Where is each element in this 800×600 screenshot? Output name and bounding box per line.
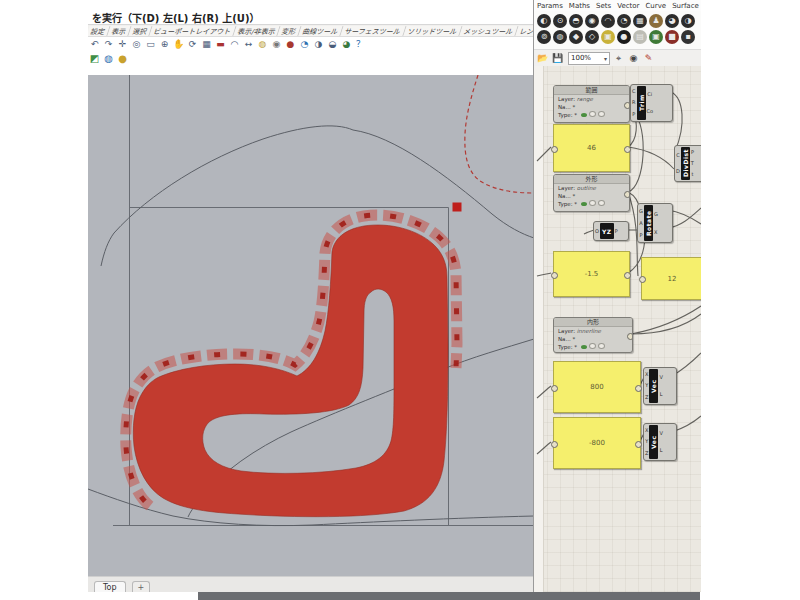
pan-icon[interactable]: ✋ <box>172 38 185 50</box>
panel-output-nub[interactable] <box>624 146 631 153</box>
filter-toggle-icon[interactable] <box>589 343 596 349</box>
yz-outputs[interactable]: P <box>614 222 619 240</box>
trim-inputs[interactable]: C R P <box>631 85 637 121</box>
maths-category-icon[interactable]: ⊙ <box>553 14 567 28</box>
open-file-icon[interactable]: 📂 <box>536 52 549 64</box>
slab-icon[interactable]: ▤ <box>633 30 647 44</box>
toolbar-tab[interactable]: ソリッドツール <box>403 26 462 36</box>
tree-category-icon[interactable]: ⊚ <box>537 30 551 44</box>
sketch-pen-icon[interactable]: ✎ <box>642 52 655 64</box>
rotate-outputs[interactable]: G X <box>653 204 659 242</box>
trim-component[interactable]: C R P Trim Ci Co <box>630 84 673 122</box>
undo-icon[interactable]: ↶ <box>88 38 101 50</box>
red-box-icon[interactable]: ■ <box>665 30 679 44</box>
filter-toggle-icon[interactable] <box>589 111 596 117</box>
geometry-pipeline-outline[interactable]: 外形 Layer: outline Na... * Type: * <box>553 174 630 212</box>
green-box-icon[interactable]: ▣ <box>649 30 663 44</box>
filter-toggle-icon[interactable] <box>589 200 596 206</box>
dark-box-icon[interactable]: ▪ <box>681 30 695 44</box>
user-icon[interactable]: ♟ <box>649 14 663 28</box>
legacy-icon[interactable]: ◇ <box>585 30 599 44</box>
zoom-extents-icon[interactable]: ⊕ <box>158 38 171 50</box>
filter-toggle-icon[interactable] <box>598 343 605 349</box>
curve-filter-icon[interactable] <box>581 202 587 206</box>
number-panel-neg800[interactable]: -800 <box>553 417 641 469</box>
panel-input-nub[interactable] <box>551 272 558 279</box>
curve-icon[interactable]: ◠ <box>228 38 241 50</box>
globe-icon[interactable]: ◔ <box>298 38 311 50</box>
selected-curve[interactable] <box>465 75 533 193</box>
panel-output-nub[interactable] <box>635 441 642 448</box>
redo-icon[interactable]: ↷ <box>102 38 115 50</box>
cplane-icon[interactable]: ◩ <box>88 53 101 65</box>
toolbar-tab[interactable]: ビューポートレイアウト <box>149 26 236 36</box>
grasshopper-canvas[interactable]: 範囲 Layer: range Na... * Type: * <box>534 66 701 592</box>
panel-input-nub[interactable] <box>551 441 558 448</box>
geometry-pipeline-innerline[interactable]: 内形 Layer: innerline Na... * Type: * <box>553 317 633 353</box>
ghosted-icon[interactable]: ◒ <box>326 38 339 50</box>
kangaroo-icon[interactable]: ◆ <box>569 30 583 44</box>
divide-distance-component[interactable]: C D DivDist P T t <box>674 145 701 182</box>
panel-input-nub[interactable] <box>551 385 558 392</box>
world-icon[interactable]: ◍ <box>102 53 115 65</box>
sun-icon[interactable]: ● <box>116 53 129 65</box>
move-icon[interactable]: ✛ <box>116 38 129 50</box>
number-panel-12[interactable]: 12 <box>641 257 701 300</box>
chair-profile-surface[interactable] <box>133 225 448 517</box>
zoom-level-combobox[interactable]: 100% ▾ <box>568 52 610 65</box>
panel-output-nub[interactable] <box>624 272 631 279</box>
curve-filter-icon[interactable] <box>581 113 587 117</box>
panel-input-nub[interactable] <box>551 146 558 153</box>
toolbar-tab[interactable]: サーフェスツール <box>341 26 407 36</box>
panel-input-nub[interactable] <box>639 276 646 283</box>
menu-item[interactable]: Params <box>537 2 563 10</box>
pipeline-output-nub[interactable] <box>624 191 630 198</box>
toolbar-tab[interactable]: レンダ <box>515 26 533 36</box>
curve-category-icon[interactable]: ◠ <box>601 14 615 28</box>
navigate-icon[interactable]: ⌖ <box>612 52 625 64</box>
number-panel-46[interactable]: 46 <box>553 124 630 172</box>
params-category-icon[interactable]: ◐ <box>537 14 551 28</box>
intersect-category-icon[interactable]: ◕ <box>665 14 679 28</box>
toolbar-tab[interactable]: 表示/非表示 <box>233 26 281 36</box>
control-point-marker[interactable] <box>453 203 462 212</box>
toolbar-tab[interactable]: 曲線ツール <box>299 26 344 36</box>
menu-item[interactable]: Vector <box>617 2 639 10</box>
vec-outputs[interactable]: V L <box>658 424 663 460</box>
sphere-red-icon[interactable]: ● <box>284 38 297 50</box>
line-icon[interactable]: ▬ <box>214 38 227 50</box>
transform-category-icon[interactable]: ◑ <box>681 14 695 28</box>
filter-toggle-icon[interactable] <box>598 111 605 117</box>
zoom-icon[interactable]: ◎ <box>130 38 143 50</box>
save-file-icon[interactable]: 💾 <box>551 52 564 64</box>
surface-category-icon[interactable]: ◔ <box>617 14 631 28</box>
preview-eye-icon[interactable]: ◉ <box>627 52 640 64</box>
divdist-outputs[interactable]: P T t <box>690 146 695 181</box>
filter-toggle-icon[interactable] <box>598 200 605 206</box>
command-line[interactable]: を実行（下(D) 左(L) 右(R) 上(U)） <box>88 0 533 25</box>
mirror-icon[interactable]: ↔ <box>242 38 255 50</box>
sets-category-icon[interactable]: ◓ <box>569 14 583 28</box>
menu-item[interactable]: Curve <box>645 2 666 10</box>
top-viewport[interactable] <box>88 75 533 576</box>
menu-item[interactable]: Sets <box>596 2 611 10</box>
rotate-view-icon[interactable]: ⟳ <box>186 38 199 50</box>
vector-category-icon[interactable]: ◉ <box>585 14 599 28</box>
divdist-inputs[interactable]: C D <box>675 146 681 181</box>
earth-icon[interactable]: ◕ <box>340 38 353 50</box>
toolbar-tab[interactable]: メッシュツール <box>459 26 518 36</box>
panel-yellow-icon[interactable]: ▣ <box>601 30 615 44</box>
shaded-icon[interactable]: ◑ <box>312 38 325 50</box>
sphere-dark-icon[interactable]: ● <box>617 30 631 44</box>
number-panel-800[interactable]: 800 <box>553 361 641 413</box>
display-category-icon[interactable]: ◍ <box>553 30 567 44</box>
mesh-category-icon[interactable]: ▦ <box>633 14 647 28</box>
help-icon[interactable]: ？ <box>354 38 367 50</box>
number-panel-angle[interactable]: -1.5 <box>553 251 630 297</box>
lock-icon[interactable]: ◉ <box>270 38 283 50</box>
yz-plane-component[interactable]: O YZ P <box>593 221 629 241</box>
zoom-window-icon[interactable]: ▭ <box>144 38 157 50</box>
rotate-component[interactable]: G A P Rotate G X <box>637 203 673 243</box>
vector-xyz-component[interactable]: X Y Z Vec V L <box>643 367 677 405</box>
menu-item[interactable]: Maths <box>569 2 590 10</box>
